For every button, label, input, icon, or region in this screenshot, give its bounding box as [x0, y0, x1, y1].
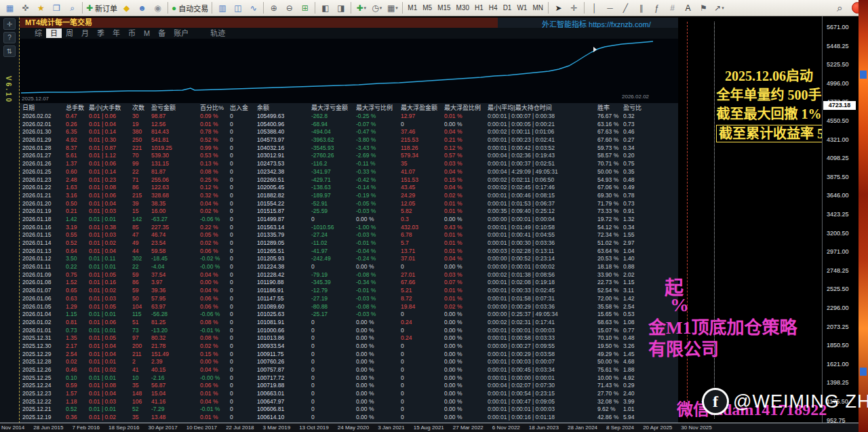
cell: 0.00 %	[356, 334, 401, 342]
timeframe-m1[interactable]: M1	[405, 2, 420, 14]
navigator-window-icon[interactable]: ❐	[49, 1, 64, 15]
timeframe-w1[interactable]: W1	[514, 2, 530, 14]
move-panel-icon[interactable]: ✛	[3, 18, 16, 30]
new-chart-icon[interactable]: ▦	[2, 1, 18, 15]
cell: 0.00 %	[356, 390, 401, 398]
price-axis[interactable]: 4723.18 5671.005448.255225.504996.004773…	[822, 16, 859, 423]
tab-币[interactable]: 币	[124, 28, 140, 38]
tile-windows-icon[interactable]: ⊞	[297, 1, 313, 15]
cell: -0.00 %	[200, 374, 230, 382]
tab-周[interactable]: 周	[62, 28, 77, 38]
cell: 13.71	[401, 248, 444, 256]
cell: 0:00:01 | 0:00:58 | 0:03:33	[488, 334, 597, 342]
cell: 0:00:00 | 0:00:01 | 0:00:02	[488, 263, 597, 271]
new-order-button[interactable]: ✚新订单	[85, 1, 119, 15]
cell: 0.25 %	[200, 176, 230, 184]
cell: 56.87	[151, 382, 200, 390]
autotrading-button[interactable]: ●自动交易	[170, 1, 210, 15]
cell: 0.00 %	[356, 263, 401, 271]
tab-综[interactable]: 综	[31, 28, 46, 38]
text-tool-icon[interactable]: A	[680, 1, 696, 15]
grid-tool-icon[interactable]: #	[665, 1, 680, 15]
timeframe-m15[interactable]: M15	[435, 2, 453, 14]
cell: 0	[401, 327, 444, 335]
timeframe-m30[interactable]: M30	[454, 2, 472, 14]
cell: 5.7	[401, 239, 444, 248]
tab-日[interactable]: 日	[46, 28, 62, 38]
fibonacci-tool-icon[interactable]: ƒ	[649, 1, 665, 15]
timeframe-m5[interactable]: M5	[420, 2, 435, 14]
arrows-tool-button[interactable]: ↗▾	[711, 1, 727, 15]
accounts-icon[interactable]: ☻	[134, 1, 150, 15]
chart-profiles-icon[interactable]: ✜	[18, 1, 33, 15]
tab-月[interactable]: 月	[77, 28, 93, 38]
line-chart-icon[interactable]: ∿	[245, 1, 261, 15]
timeframe-d1[interactable]: D1	[500, 2, 515, 14]
cell: 13.48	[151, 414, 200, 422]
cell: 0.06 %	[200, 382, 230, 390]
help-icon[interactable]: ?	[3, 32, 16, 43]
arrange-left-icon[interactable]: ◧	[317, 1, 333, 15]
tab-季[interactable]: 季	[93, 28, 108, 38]
price-tick: 3875.50	[827, 174, 849, 180]
cell: -25.59	[311, 208, 356, 216]
cell: 142	[132, 216, 151, 224]
bar-chart-icon[interactable]: ▥	[214, 1, 230, 15]
collapse-icon[interactable]: ⇅	[3, 45, 16, 57]
vertical-line-tool-icon[interactable]: │	[587, 1, 602, 15]
horizontal-line-tool-icon[interactable]: ─	[602, 1, 618, 15]
table-row: 2025.12.221.180.01 | 0.0310641.160.04 %0…	[20, 398, 679, 406]
data-window-icon[interactable]: ⌕	[64, 1, 80, 15]
cursor-tool-icon[interactable]: ➤	[551, 1, 566, 15]
timeframe-h4[interactable]: H4	[486, 2, 500, 14]
tab-轨迹[interactable]: 轨迹	[206, 28, 229, 38]
time-axis[interactable]: Nov 201428 Jun 20157 Feb 201618 Sep 2016…	[0, 423, 859, 432]
cell: 0.57 %	[444, 152, 488, 160]
cell: 0.01 | 0.06	[89, 319, 132, 327]
zoom-out-icon[interactable]: ⊖	[281, 1, 297, 15]
candlestick-chart-icon[interactable]: ◫	[230, 1, 245, 15]
templates-menu-button[interactable]: ▦▾	[384, 1, 400, 15]
cell: 0:00:02 | 0:02:11 | 0:06:50	[488, 176, 597, 184]
zoom-in-icon[interactable]: ⊕	[266, 1, 281, 15]
cell: 0	[230, 152, 257, 160]
toolbar-separator	[584, 2, 585, 14]
cell: -27.19	[311, 295, 356, 303]
channel-tool-icon[interactable]: ∥	[633, 1, 649, 15]
label-tool-icon[interactable]: ⚑	[696, 1, 711, 15]
tab-备[interactable]: 备	[154, 28, 170, 38]
favorites-icon[interactable]: ★	[33, 1, 49, 15]
tab-M[interactable]: M	[140, 28, 154, 38]
indicator-diamond-icon[interactable]: ◆	[119, 1, 134, 15]
cell: 1.57	[66, 390, 89, 398]
cell: 30	[132, 113, 151, 121]
timeframe-mn[interactable]: MN	[530, 2, 546, 14]
cell: -7.29	[151, 406, 200, 414]
right-edge-strip	[859, 0, 868, 432]
cell: 54.12 %	[597, 224, 623, 232]
cell: -3963.62	[311, 136, 356, 144]
cell: 63.64 %	[597, 248, 623, 256]
cell: 0.00 %	[444, 327, 488, 335]
equity-curve-chart[interactable]: 2025.12.07 2026.02.02	[20, 39, 679, 103]
cell: 2026.01.16	[22, 224, 66, 232]
edge-blue-block-bottom	[860, 368, 867, 376]
cell: 0.00 %	[444, 311, 488, 319]
cell: 0.03 %	[444, 271, 488, 279]
toolbar-separator	[212, 2, 212, 14]
cell: 0.91	[623, 208, 650, 216]
tab-年[interactable]: 年	[108, 28, 124, 38]
timeframe-h1[interactable]: H1	[472, 2, 486, 14]
time-axis-label: 8 Sep 2024	[606, 425, 634, 431]
cell: 0.01 | 0.03	[89, 208, 132, 216]
arrange-right-icon[interactable]: ◨	[333, 1, 349, 15]
alerts-icon[interactable]: ◉	[150, 1, 165, 15]
indicators-menu-button[interactable]: ✚▾	[353, 1, 369, 15]
cell: 39	[132, 200, 151, 208]
periods-menu-button[interactable]: ◷▾	[369, 1, 384, 15]
crosshair-tool-icon[interactable]: ✛	[566, 1, 582, 15]
cell: 0.00 %	[444, 263, 488, 271]
trendline-tool-icon[interactable]: ╱	[618, 1, 633, 15]
tab-账户[interactable]: 账户	[170, 28, 193, 38]
search-icon[interactable]: ⌕	[832, 1, 848, 15]
